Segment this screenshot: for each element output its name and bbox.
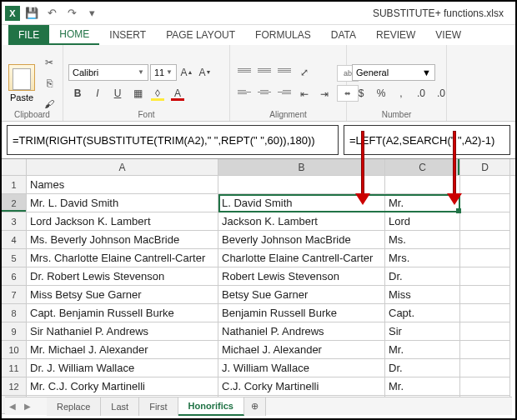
cell[interactable]: Mr. [385, 341, 460, 359]
row-header[interactable]: 6 [2, 268, 27, 286]
cell[interactable]: Jackson K. Lambert [218, 212, 385, 231]
font-size-select[interactable]: 11▼ [150, 64, 177, 81]
cell[interactable]: Mr. [385, 378, 460, 396]
sheet-tab[interactable]: First [139, 398, 178, 416]
decrease-indent-button[interactable]: ⇤ [295, 85, 314, 103]
cell[interactable]: Miss [385, 286, 460, 304]
decrease-decimal-button[interactable]: .0 [432, 84, 450, 102]
cell[interactable]: Mr. L. David Smith [27, 194, 218, 212]
grow-font-icon[interactable]: A▲ [178, 64, 195, 81]
shrink-font-icon[interactable]: A▼ [197, 64, 213, 81]
comma-format-button[interactable]: , [392, 84, 410, 102]
cell[interactable]: Sir Nathaniel P. Andrews [27, 322, 218, 341]
tab-file[interactable]: FILE [8, 25, 49, 45]
tab-page-layout[interactable]: PAGE LAYOUT [156, 25, 245, 45]
cell[interactable]: Dr. Robert Lewis Stevenson [27, 268, 218, 286]
add-sheet-button[interactable]: ⊕ [244, 398, 266, 416]
row-header[interactable]: 10 [2, 341, 27, 359]
font-color-button[interactable]: A [168, 84, 187, 102]
percent-format-button[interactable]: % [372, 84, 390, 102]
cell[interactable]: J. William Wallace [218, 359, 385, 378]
cell[interactable]: Lord Jackson K. Lambert [27, 212, 218, 231]
row-header[interactable]: 5 [2, 249, 27, 268]
cell[interactable]: Mr. C.J. Corky Martinelli [27, 378, 218, 396]
cell[interactable]: Lord [385, 212, 460, 231]
cell[interactable]: Nathaniel P. Andrews [218, 322, 385, 341]
cell[interactable]: Mrs. Charlotte Elaine Cantrell-Carter [27, 249, 218, 268]
cell[interactable]: Mrs. [385, 249, 460, 268]
sheet-nav-prev-icon[interactable]: ◀ [5, 402, 20, 411]
increase-decimal-button[interactable]: .0 [412, 84, 430, 102]
fill-color-button[interactable]: ◊ [148, 84, 167, 102]
align-top-button[interactable] [235, 63, 253, 78]
bold-button[interactable]: B [68, 84, 87, 102]
redo-icon[interactable]: ↷ [63, 5, 80, 22]
tab-insert[interactable]: INSERT [99, 25, 156, 45]
cell[interactable]: C.J. Corky Martinelli [218, 378, 385, 396]
col-header-c[interactable]: C [385, 159, 460, 175]
copy-icon[interactable]: ⎘ [40, 74, 58, 92]
paste-button[interactable]: Paste [7, 61, 37, 106]
cell[interactable]: Ms. [385, 231, 460, 249]
cell[interactable]: Beverly Johnson MacBride [218, 231, 385, 249]
sheet-tab[interactable]: Replace [47, 398, 101, 416]
cell[interactable]: Dr. J. William Wallace [27, 359, 218, 378]
row-header[interactable]: 3 [2, 212, 27, 231]
sheet-tab-active[interactable]: Honorifics [178, 398, 244, 416]
tab-home[interactable]: HOME [49, 25, 99, 45]
orientation-button[interactable]: ⤢ [295, 63, 314, 82]
borders-button[interactable]: ▦ [128, 84, 147, 102]
select-all-button[interactable] [2, 159, 27, 175]
cell[interactable]: Charlotte Elaine Cantrell-Carter [218, 249, 385, 268]
cell[interactable] [460, 194, 510, 212]
cell[interactable]: Betsy Sue Garner [218, 286, 385, 304]
cell[interactable] [460, 286, 510, 304]
col-header-b[interactable]: B [218, 159, 385, 175]
cell[interactable] [385, 176, 460, 194]
align-middle-button[interactable] [255, 63, 274, 78]
cell[interactable] [460, 359, 510, 378]
cell[interactable] [460, 176, 510, 194]
cell[interactable]: Robert Lewis Stevenson [218, 268, 385, 286]
worksheet-grid[interactable]: A B C D 1 Names 2Mr. L. David SmithL. Da… [2, 159, 515, 414]
undo-icon[interactable]: ↶ [43, 5, 60, 22]
cell[interactable] [460, 268, 510, 286]
row-header[interactable]: 2 [2, 194, 27, 212]
tab-data[interactable]: DATA [321, 25, 366, 45]
align-left-button[interactable] [235, 85, 253, 100]
col-header-a[interactable]: A [27, 159, 218, 175]
row-header[interactable]: 1 [2, 176, 27, 194]
cell[interactable]: Michael J. Alexander [218, 341, 385, 359]
align-bottom-button[interactable] [275, 63, 294, 78]
cell[interactable] [218, 176, 385, 194]
sheet-nav-next-icon[interactable]: ▶ [20, 402, 35, 411]
cell[interactable] [460, 378, 510, 396]
accounting-format-button[interactable]: $ [352, 84, 370, 102]
number-format-select[interactable]: General▼ [352, 64, 435, 81]
tab-review[interactable]: REVIEW [366, 25, 425, 45]
col-header-d[interactable]: D [460, 159, 510, 175]
cell[interactable]: Mr. Michael J. Alexander [27, 341, 218, 359]
row-header[interactable]: 9 [2, 322, 27, 341]
cell[interactable]: Capt. Benjamin Russell Burke [27, 304, 218, 322]
tab-formulas[interactable]: FORMULAS [245, 25, 321, 45]
increase-indent-button[interactable]: ⇥ [315, 85, 334, 103]
row-header[interactable]: 11 [2, 359, 27, 378]
cell[interactable]: Sir [385, 322, 460, 341]
align-center-button[interactable] [255, 85, 274, 100]
tab-view[interactable]: VIEW [425, 25, 471, 45]
cell[interactable] [460, 212, 510, 231]
cell[interactable]: Ms. Beverly Johnson MacBride [27, 231, 218, 249]
qat-customize-icon[interactable]: ▾ [83, 5, 100, 22]
row-header[interactable]: 7 [2, 286, 27, 304]
cell[interactable]: Miss Betsy Sue Garner [27, 286, 218, 304]
cell[interactable]: Capt. [385, 304, 460, 322]
cell[interactable]: Benjamin Russell Burke [218, 304, 385, 322]
italic-button[interactable]: I [88, 84, 107, 102]
row-header[interactable]: 12 [2, 378, 27, 396]
save-icon[interactable]: 💾 [23, 5, 40, 22]
align-right-button[interactable] [275, 85, 294, 100]
cell[interactable]: Names [27, 176, 218, 194]
sheet-tab[interactable]: Last [101, 398, 139, 416]
cell[interactable] [460, 304, 510, 322]
